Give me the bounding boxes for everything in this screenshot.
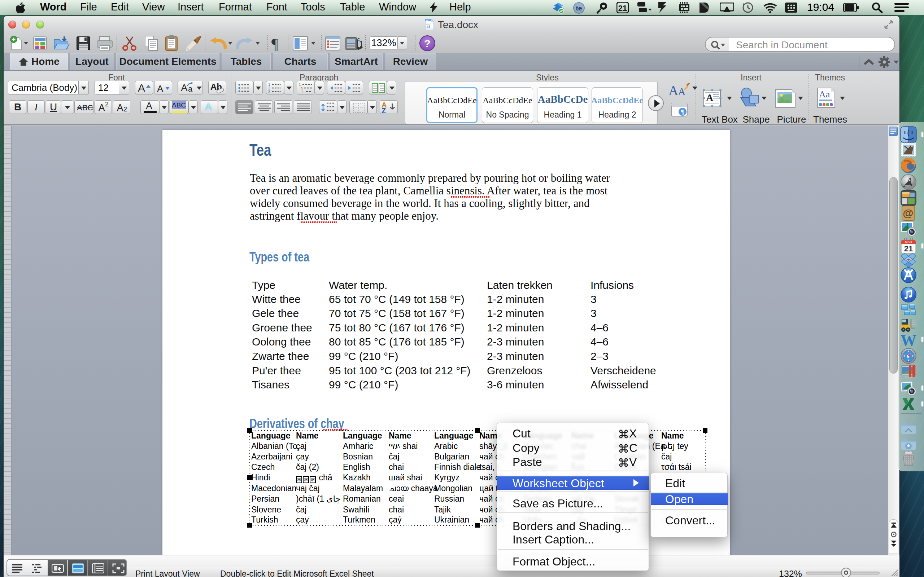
svg-text:MAR: MAR bbox=[905, 240, 913, 244]
svg-text:3: 3 bbox=[268, 90, 270, 93]
svg-text:A: A bbox=[706, 92, 714, 103]
svg-text:W: W bbox=[901, 331, 916, 348]
svg-text:W: W bbox=[426, 19, 428, 22]
svg-text:i: i bbox=[302, 90, 303, 93]
svg-text:A: A bbox=[669, 83, 678, 98]
svg-text:te: te bbox=[576, 4, 582, 12]
svg-text:21: 21 bbox=[618, 3, 627, 13]
svg-text:@: @ bbox=[903, 207, 913, 219]
svg-text:¶: ¶ bbox=[681, 108, 684, 116]
svg-text:Aa: Aa bbox=[819, 89, 830, 100]
svg-text:A: A bbox=[678, 85, 686, 97]
